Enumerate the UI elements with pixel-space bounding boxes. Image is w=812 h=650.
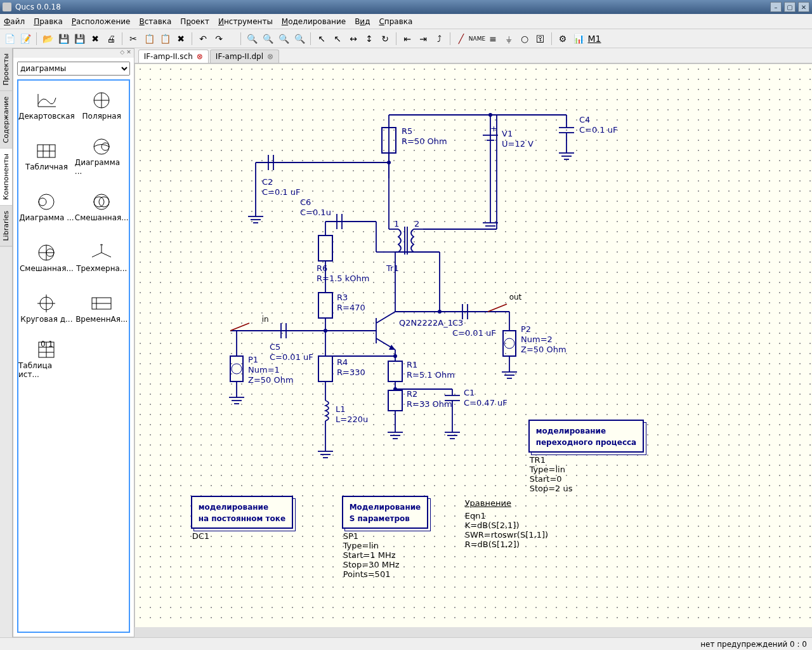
horizontal-scrollbar[interactable] [134, 627, 812, 637]
diag-mixed2[interactable]: Смешанная... [18, 233, 75, 284]
menu-help[interactable]: Справка [379, 17, 412, 26]
menu-view[interactable]: Вид [355, 17, 370, 26]
menu-tools[interactable]: Инструменты [218, 17, 273, 26]
svg-marker-126 [389, 345, 395, 350]
tab-sch[interactable]: IF-amp-II.sch ⊗ [138, 50, 209, 63]
sidetab-projects[interactable]: Проекты [0, 48, 12, 91]
tool-paste[interactable]: 📋 [158, 32, 172, 46]
svg-text:C=0.1u: C=0.1u [300, 208, 331, 217]
sim-dc[interactable]: моделирование на постоянном токе [191, 496, 293, 529]
tool-rotate[interactable]: ↻ [378, 32, 392, 46]
maximize-button[interactable]: ▢ [784, 2, 796, 12]
tool-simulate[interactable]: ⚙ [556, 32, 570, 46]
menu-file[interactable]: Файл [4, 17, 25, 26]
svg-text:L1: L1 [336, 404, 346, 414]
diag-polar[interactable]: Полярная [75, 81, 129, 131]
tool-edit-parent[interactable]: ⤴ [432, 32, 446, 46]
close-icon[interactable]: ⊗ [197, 52, 203, 61]
tool-save[interactable]: 💾 [56, 32, 70, 46]
tool-label[interactable]: NAME [470, 32, 484, 46]
sidetab-components[interactable]: Компоненты [0, 149, 12, 206]
tool-zoomin[interactable]: 🔍 [277, 32, 291, 46]
menu-position[interactable]: Расположение [72, 17, 131, 26]
tool-delete[interactable]: ✖ [174, 32, 188, 46]
tool-goto-right[interactable]: ⇥ [416, 32, 430, 46]
svg-text:C=0.47 uF: C=0.47 uF [464, 398, 508, 408]
tool-zoomout[interactable]: 🔍 [292, 32, 306, 46]
svg-rect-96 [318, 235, 332, 261]
tool-copy[interactable]: 📋 [142, 32, 156, 46]
svg-text:R=470: R=470 [337, 303, 365, 312]
svg-line-107 [230, 323, 249, 331]
menu-edit[interactable]: Правка [34, 17, 63, 26]
tool-goto-left[interactable]: ⇤ [400, 32, 414, 46]
sidetab-libraries[interactable]: Libraries [0, 206, 12, 247]
tool-wire[interactable]: ╱ [454, 32, 468, 46]
tool-ground[interactable]: ⏚ [502, 32, 516, 46]
statusbar: нет предупреждений 0 : 0 [0, 637, 812, 650]
diag-truth[interactable]: 01 Таблица ист... [18, 335, 75, 385]
polar-icon [91, 91, 112, 109]
tool-cut[interactable]: ✂ [126, 32, 140, 46]
tool-redo[interactable]: ↷ [212, 32, 226, 46]
table-icon [36, 142, 57, 160]
smith-icon [91, 138, 112, 156]
sidetab-content[interactable]: Содержание [0, 91, 12, 149]
schematic-canvas[interactable]: R5 R=50 Ohm + V1 U=12 V [134, 63, 812, 637]
svg-line-19 [102, 253, 111, 257]
svg-rect-101 [318, 293, 332, 318]
tool-new[interactable]: 📄 [3, 32, 16, 46]
status-text: нет предупреждений 0 : 0 [700, 640, 807, 649]
sim-tran[interactable]: моделирование переходного процесса [528, 420, 645, 453]
diag-timing[interactable]: ВременнАя... [75, 284, 129, 335]
diag-table[interactable]: Табличная [18, 131, 75, 182]
diag-mixed[interactable]: Смешанная... [75, 182, 129, 233]
tool-mirror-v[interactable]: ↕ [362, 32, 376, 46]
svg-text:Tr1: Tr1 [386, 263, 399, 273]
tool-mirror-h[interactable]: ↔ [346, 32, 360, 46]
file-tabs: IF-amp-II.sch ⊗ IF-amp-II.dpl ⊗ [134, 48, 812, 63]
tool-zoomfit[interactable]: 🔍 [245, 32, 259, 46]
tool-print[interactable]: 🖨 [104, 32, 118, 46]
tool-marker[interactable]: M1 [587, 32, 601, 46]
tool-undo[interactable]: ↶ [196, 32, 210, 46]
side-tabs: Проекты Содержание Компоненты Libraries [0, 48, 13, 637]
diag-locus[interactable]: Круговая д... [18, 284, 75, 335]
diag-cartesian[interactable]: Декартовская [18, 81, 75, 131]
sim-dc-label: DC1 [192, 531, 209, 541]
tool-equation[interactable]: ≡ [486, 32, 500, 46]
svg-text:V1: V1 [502, 129, 513, 138]
mixed-icon [91, 193, 112, 211]
minimize-button[interactable]: – [770, 2, 782, 12]
diag-3d[interactable]: Трехмерна... [75, 233, 129, 284]
tool-zoom1[interactable]: 🔍 [261, 32, 275, 46]
tool-editsel[interactable]: ↖ [331, 32, 344, 46]
sim-eqn-title[interactable]: Уравнение [465, 498, 511, 508]
svg-text:R=330: R=330 [337, 368, 365, 377]
menu-simulate[interactable]: Моделирование [282, 17, 346, 26]
close-button[interactable]: ✕ [798, 2, 809, 12]
svg-line-136 [488, 304, 507, 312]
diag-smith2[interactable]: Диаграмма ... [18, 182, 75, 233]
tool-key[interactable]: ⚿ [534, 32, 547, 46]
diag-smith[interactable]: Диаграмма ... [75, 131, 129, 182]
tab-dpl[interactable]: IF-amp-II.dpl ⊗ [210, 50, 279, 63]
tool-doc[interactable]: 📝 [18, 32, 32, 46]
tool-close[interactable]: ✖ [88, 32, 102, 46]
menu-insert[interactable]: Вставка [139, 17, 171, 26]
svg-text:Num=2: Num=2 [521, 335, 553, 344]
category-select[interactable]: диаграммы [17, 62, 130, 76]
menu-project[interactable]: Проект [180, 17, 209, 26]
svg-text:C2: C2 [262, 177, 273, 187]
svg-point-8 [102, 143, 109, 150]
sim-sp[interactable]: Моделирование S параметров [342, 496, 429, 529]
tool-open[interactable]: 📂 [41, 32, 55, 46]
tool-select[interactable]: ↖ [315, 32, 329, 46]
svg-text:C4: C4 [579, 115, 590, 124]
tool-saveall[interactable]: 💾 [72, 32, 86, 46]
svg-point-10 [39, 198, 46, 206]
close-icon[interactable]: ⊗ [267, 52, 273, 61]
tool-port[interactable]: ○ [518, 32, 532, 46]
svg-line-20 [92, 253, 102, 257]
tool-view-data[interactable]: 📊 [572, 32, 586, 46]
